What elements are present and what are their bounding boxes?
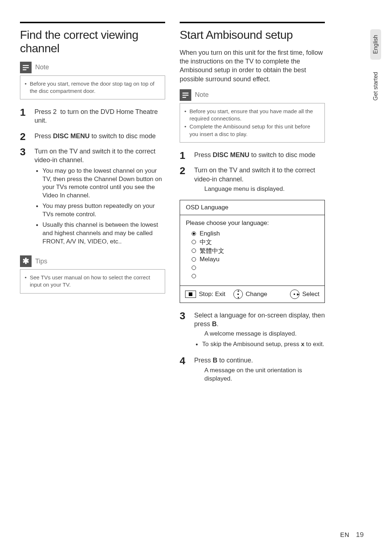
osd-options: English 中文 繁體中文 Melayu <box>186 230 319 280</box>
step: 2 Press DISC MENU to switch to disc mode <box>20 132 165 142</box>
step: 4 Press B to continue. A message on the … <box>180 356 325 384</box>
step: 1 Press 2 to turn on the DVD Home Theatr… <box>20 107 165 127</box>
bullet: You may go to the lowest channel on your… <box>34 167 165 200</box>
rule <box>180 22 325 23</box>
step-sub: Language menu is displayed. <box>194 185 325 193</box>
osd-option[interactable]: English <box>192 230 319 238</box>
note-block: Note Before you start, remove the door s… <box>20 62 165 100</box>
radio-icon <box>192 257 196 262</box>
tab-section: Get started <box>370 66 381 106</box>
step-text: Press DISC MENU to switch to disc mode <box>194 151 325 159</box>
nav-updown-icon <box>233 290 243 299</box>
nav-right-icon <box>290 290 299 299</box>
heading-right: Start Ambisound setup <box>180 28 325 42</box>
page-footer: EN 19 <box>340 531 364 539</box>
osd-change[interactable]: Change <box>233 290 268 299</box>
steps-right-a: 1 Press DISC MENU to switch to disc mode… <box>180 151 325 195</box>
bullet: To skip the Ambisound setup, press x to … <box>194 340 325 349</box>
svg-rect-0 <box>23 65 29 66</box>
note-icon <box>20 62 32 73</box>
note-label: Note <box>195 91 209 99</box>
osd-panel: OSD Language Please choose your language… <box>180 200 325 303</box>
svg-rect-2 <box>23 69 26 70</box>
step: 3 Turn on the TV and switch it to the co… <box>20 147 165 248</box>
osd-option-label: Melayu <box>200 256 220 263</box>
osd-stop[interactable]: Stop: Exit <box>185 291 225 298</box>
rule <box>20 22 165 23</box>
note-block: Note Before you start, ensure that you h… <box>180 89 325 143</box>
svg-rect-4 <box>183 95 189 96</box>
svg-rect-3 <box>183 93 189 94</box>
osd-stop-label: Stop: Exit <box>199 291 225 298</box>
osd-option-label: English <box>200 230 220 237</box>
note-icon <box>180 89 191 101</box>
tips-item: See TVs user manual on how to select the… <box>25 274 160 289</box>
page: English Get started Find the correct vie… <box>0 0 392 554</box>
bullet: You may press button repeatedly on your … <box>34 202 165 219</box>
note-label: Note <box>35 63 49 71</box>
radio-icon <box>192 266 196 270</box>
side-tabs: English Get started <box>368 29 383 107</box>
steps-left: 1 Press 2 to turn on the DVD Home Theatr… <box>20 107 165 248</box>
step-text: Press B to continue. <box>194 356 325 365</box>
footer-lang: EN <box>340 532 350 539</box>
osd-option[interactable] <box>192 264 319 272</box>
step-text: Turn on the TV and switch it to the corr… <box>34 147 165 165</box>
step-number: 2 <box>180 166 188 195</box>
osd-prompt: Please choose your language: <box>186 219 319 227</box>
tips-label: Tips <box>35 258 47 265</box>
heading-left: Find the correct viewing channel <box>20 28 165 55</box>
footer-page: 19 <box>356 531 364 539</box>
step-text: Select a language for on-screen display,… <box>194 311 325 329</box>
step-number: 3 <box>180 311 188 351</box>
radio-icon <box>192 240 196 244</box>
step-number: 1 <box>20 107 28 127</box>
step-number: 3 <box>20 147 28 248</box>
steps-right-b: 3 Select a language for on-screen displa… <box>180 311 325 385</box>
tab-language: English <box>370 29 381 59</box>
right-column: Start Ambisound setup When you turn on t… <box>180 22 325 389</box>
osd-title: OSD Language <box>180 200 324 215</box>
note-box: Before you start, remove the door stop t… <box>20 75 165 100</box>
step-text: Press 2 to turn on the DVD Home Theatre … <box>34 107 165 125</box>
radio-icon <box>192 274 196 278</box>
step-number: 4 <box>180 356 188 384</box>
note-box: Before you start, ensure that you have m… <box>180 103 325 143</box>
svg-rect-5 <box>183 97 186 98</box>
osd-select-label: Select <box>302 291 319 298</box>
osd-option-label: 中文 <box>200 238 212 246</box>
osd-option[interactable]: Melayu <box>192 255 319 263</box>
bullet: Usually this channel is between the lowe… <box>34 221 165 246</box>
step: 1 Press DISC MENU to switch to disc mode <box>180 151 325 161</box>
intro-text: When you turn on this unit for the first… <box>180 48 325 83</box>
note-item: Before you start, ensure that you have m… <box>184 108 320 123</box>
step-sub: A welcome message is displayed. <box>194 330 325 338</box>
radio-selected-icon <box>192 231 196 236</box>
stop-icon <box>185 291 196 298</box>
svg-rect-1 <box>23 67 29 68</box>
step-sub: A message on the unit orientation is dis… <box>194 366 325 383</box>
osd-change-label: Change <box>246 291 268 298</box>
osd-footer: Stop: Exit Change Select <box>180 286 324 303</box>
tips-box: See TVs user manual on how to select the… <box>20 269 165 294</box>
step-number: 1 <box>180 151 188 161</box>
tips-block: ✱ Tips See TVs user manual on how to sel… <box>20 255 165 294</box>
radio-icon <box>192 249 196 253</box>
step-number: 2 <box>20 132 28 142</box>
note-item: Complete the Ambisound setup for this un… <box>184 123 320 138</box>
osd-option-label: 繁體中文 <box>200 247 224 255</box>
step: 2 Turn on the TV and switch it to the co… <box>180 166 325 195</box>
tips-icon: ✱ <box>20 255 32 267</box>
left-column: Find the correct viewing channel Note Be… <box>20 22 165 389</box>
osd-option[interactable]: 中文 <box>192 238 319 246</box>
osd-option[interactable]: 繁體中文 <box>192 247 319 255</box>
osd-option[interactable] <box>192 272 319 280</box>
step-text: Press DISC MENU to switch to disc mode <box>34 132 165 140</box>
step-text: Turn on the TV and switch it to the corr… <box>194 166 325 184</box>
osd-select[interactable]: Select <box>290 290 319 299</box>
note-item: Before you start, remove the door stop t… <box>25 80 160 95</box>
step: 3 Select a language for on-screen displa… <box>180 311 325 351</box>
